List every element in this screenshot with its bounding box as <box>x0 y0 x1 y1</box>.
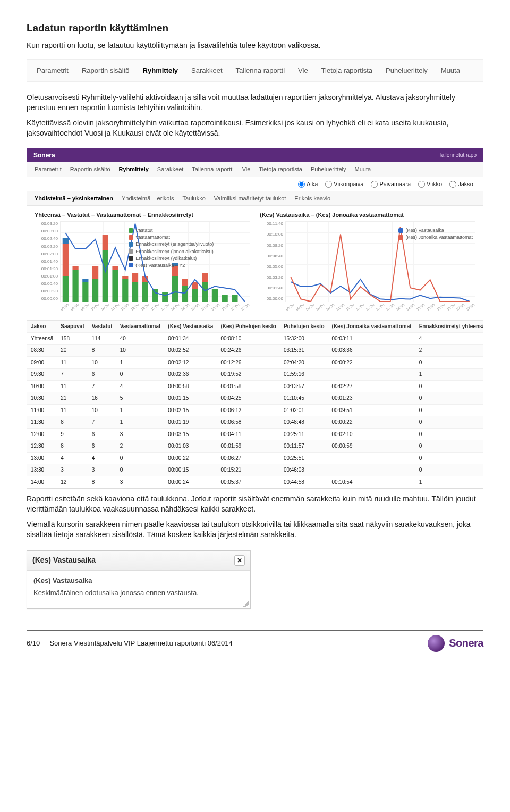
tab-raportin-sisältö[interactable]: Raportin sisältö <box>82 66 130 76</box>
svg-rect-70 <box>202 282 208 302</box>
chart-legend: (Kes) Vastausaika(Kes) Jonoaika vastaama… <box>398 227 473 241</box>
table-row: 12:3086200:01:0300:01:5900:11:5700:00:59… <box>27 440 483 453</box>
tab-tietoja-raportista[interactable]: Tietoja raportista <box>321 66 372 76</box>
table-header[interactable]: Vastaamattomat <box>116 321 165 332</box>
grouping-radio[interactable]: Jakso <box>449 180 473 188</box>
svg-rect-45 <box>152 289 158 302</box>
svg-rect-30 <box>122 279 128 302</box>
report-tab[interactable]: Ryhmittely <box>119 165 149 173</box>
table-header[interactable]: (Kes) Vastausaika <box>164 321 217 332</box>
table-row: 09:001110100:02:1200:12:2602:04:2000:00:… <box>27 356 483 369</box>
table-header[interactable]: Vastatut <box>88 321 116 332</box>
chart-left: Yhteensä – Vastatut – Vastaamattomat – E… <box>33 210 251 318</box>
table-row: 11:3087100:01:1900:06:5800:48:4800:00:22… <box>27 416 483 429</box>
saved-reports-link[interactable]: Tallennetut rapo <box>439 152 477 159</box>
svg-rect-80 <box>222 295 228 302</box>
svg-rect-40 <box>142 282 148 302</box>
paragraph: Kun raportti on luotu, se latautuu käytt… <box>27 40 483 51</box>
svg-rect-26 <box>112 266 118 270</box>
brand-label: Sonera <box>33 151 55 160</box>
logo-swirl-icon <box>428 635 445 652</box>
tab-ryhmittely[interactable]: Ryhmittely <box>143 66 178 76</box>
svg-rect-31 <box>122 276 128 279</box>
svg-rect-0 <box>63 276 69 302</box>
page-title: Ladatun raportin käyttäminen <box>27 21 483 35</box>
report-tab[interactable]: Puheluerittely <box>311 165 346 173</box>
svg-rect-85 <box>232 295 237 302</box>
table-row: 14:00128300:00:2400:05:3700:44:5800:10:5… <box>27 476 483 488</box>
report-tab[interactable]: Parametrit <box>35 165 62 173</box>
table-header[interactable]: Puhelujen kesto <box>280 321 328 332</box>
svg-rect-75 <box>212 289 218 302</box>
svg-rect-15 <box>92 279 98 302</box>
charts-area: Yhteensä – Vastatut – Vastaamattomat – E… <box>27 206 483 320</box>
view-tab[interactable]: Erikois kaavio <box>294 195 330 203</box>
table-row: 10:00117400:00:5800:01:5800:13:5700:02:2… <box>27 380 483 392</box>
table-row: 11:001110100:02:1500:06:1201:02:0100:09:… <box>27 404 483 416</box>
tooltip-subtitle: (Kes) Vastausaika <box>33 576 244 585</box>
data-table-wrap[interactable]: JaksoSaapuvatVastatutVastaamattomat(Kes)… <box>27 320 483 488</box>
svg-rect-65 <box>192 289 198 302</box>
view-tabs: Yhdistelmä – yksinkertainenYhdistelmä – … <box>27 191 483 206</box>
tooltip-body-text: Keskimääräinen odotusaika jonossa ennen … <box>33 588 244 598</box>
table-header[interactable]: Saapuvat <box>57 321 88 332</box>
chart-canvas: (Kes) Vastausaika(Kes) Jonoaika vastaama… <box>285 221 475 302</box>
report-tab[interactable]: Tietoja raportista <box>259 165 302 173</box>
grouping-radio[interactable]: Viikonpäivä <box>325 180 363 188</box>
table-header[interactable]: (Kes) Jonoaika vastaamattomat <box>328 321 415 332</box>
x-axis-ticks: 08:3009:0009:3010:0010:3011:0011:3012:00… <box>285 305 475 309</box>
paragraph: Oletusarvoisesti Ryhmittely-välilehti ak… <box>27 93 483 113</box>
app-header: Sonera Tallennetut rapo <box>27 148 483 162</box>
tab-sarakkeet[interactable]: Sarakkeet <box>191 66 223 76</box>
table-header[interactable]: Jakso <box>27 321 57 332</box>
grouping-radios: AikaViikonpäiväPäivämääräViikkoJakso <box>27 177 483 191</box>
y-axis-ticks: 00:03:2000:03:0000:02:4000:02:2000:02:00… <box>37 221 58 302</box>
logo-text: Sonera <box>449 636 483 650</box>
svg-rect-55 <box>172 276 178 302</box>
report-tab[interactable]: Raportin sisältö <box>70 165 110 173</box>
report-tab[interactable]: Vie <box>242 165 251 173</box>
close-icon[interactable]: ✕ <box>234 555 245 566</box>
svg-rect-21 <box>103 235 108 250</box>
report-tab[interactable]: Sarakkeet <box>157 165 184 173</box>
report-tab[interactable]: Muuta <box>355 165 371 173</box>
x-axis-ticks: 08:3009:0009:3010:0010:3011:0011:3012:00… <box>60 305 250 309</box>
view-tab[interactable]: Taulukko <box>182 195 205 203</box>
tab-vie[interactable]: Vie <box>298 66 308 76</box>
tab-puheluerittely[interactable]: Puheluerittely <box>386 66 428 76</box>
svg-rect-25 <box>112 270 118 302</box>
data-table: JaksoSaapuvatVastatutVastaamattomat(Kes)… <box>27 321 483 488</box>
grouping-radio[interactable]: Viikko <box>418 180 442 188</box>
table-row: Yhteensä1581144000:01:3400:08:1015:32:00… <box>27 332 483 345</box>
tab-tallenna-raportti[interactable]: Tallenna raportti <box>236 66 285 76</box>
table-header[interactable]: Ennakkosiirretyt yhteensä <box>415 321 483 332</box>
table-row: 13:3033000:00:1500:15:2100:46:03000 <box>27 464 483 476</box>
svg-rect-35 <box>132 282 138 302</box>
resize-grip-icon[interactable] <box>243 601 249 607</box>
svg-rect-6 <box>72 266 78 270</box>
paragraph: Viemällä kursorin sarakkeen nimen päälle… <box>27 520 483 540</box>
report-tab[interactable]: Tallenna raportti <box>192 165 233 173</box>
tab-parametrit[interactable]: Parametrit <box>37 66 69 76</box>
view-tab[interactable]: Yhdistelmä – yksinkertainen <box>35 195 113 203</box>
svg-rect-5 <box>72 270 78 302</box>
table-row: 09:3076000:02:3600:19:5201:59:16110 <box>27 369 483 381</box>
column-tooltip: (Kes) Vastausaika ✕ (Kes) Vastausaika Ke… <box>27 550 251 609</box>
svg-rect-61 <box>182 279 188 286</box>
tooltip-title: (Kes) Vastausaika <box>32 555 96 565</box>
grouping-radio[interactable]: Aika <box>298 180 318 188</box>
y-axis-ticks: 00:11:4000:10:0000:08:2000:06:4000:05:00… <box>262 221 283 302</box>
svg-rect-2 <box>63 238 69 244</box>
table-header[interactable]: (Kes) Puhelujen kesto <box>217 321 279 332</box>
tab-muuta[interactable]: Muuta <box>441 66 460 76</box>
table-row: 13:0044000:00:2200:06:2700:25:51000 <box>27 452 483 464</box>
chart-title: (Kes) Vastausaika – (Kes) Jonoaika vasta… <box>260 211 477 219</box>
view-tab[interactable]: Yhdistelmä – erikois <box>122 195 174 203</box>
settings-tabs: ParametritRaportin sisältöRyhmittelySara… <box>27 59 483 82</box>
svg-rect-10 <box>82 282 88 302</box>
table-row: 10:302116500:01:1500:04:2501:10:4500:01:… <box>27 392 483 405</box>
chart-legend: VastatutVastaamattomatEnnakkosiirretyt (… <box>129 227 214 269</box>
view-tab[interactable]: Valmiiksi määritetyt taulukot <box>214 195 286 203</box>
paragraph: Käytettävissä oleviin jaksoryhmittelyihi… <box>27 118 483 138</box>
grouping-radio[interactable]: Päivämäärä <box>371 180 411 188</box>
